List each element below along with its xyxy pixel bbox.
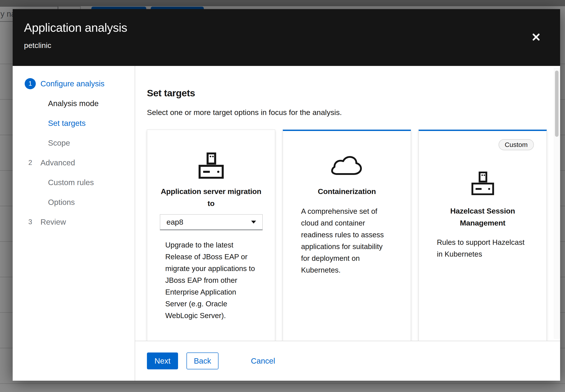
nav-item-options[interactable]: Options (13, 192, 135, 212)
wizard-nav: 1 Configure analysis Analysis mode Set t… (13, 66, 135, 381)
nav-item-set-targets[interactable]: Set targets (13, 113, 135, 133)
nav-step-label: Advanced (41, 158, 75, 167)
step-number-badge: 1 (25, 78, 36, 89)
nav-item-label: Analysis mode (48, 99, 99, 108)
card-containerization[interactable]: Containerization A comprehensive set of … (283, 130, 411, 341)
step-number: 3 (28, 218, 32, 226)
nav-step-advanced[interactable]: 2 Advanced (13, 153, 135, 172)
nav-item-label: Options (48, 198, 75, 207)
card-title: Hazelcast Session Management (431, 205, 534, 229)
custom-badge: Custom (499, 139, 534, 150)
nav-item-label: Scope (48, 139, 70, 147)
content-scrollbar[interactable] (554, 68, 560, 338)
card-title: Containerization (296, 185, 398, 197)
wizard-body: 1 Configure analysis Analysis mode Set t… (13, 66, 560, 381)
screen: y na Application analysis petclinic (0, 0, 565, 392)
nav-item-label: Set targets (48, 119, 86, 128)
card-application-server-migration[interactable]: Application server migration to eap8 Upg… (147, 130, 275, 341)
modal-title: Application analysis (24, 21, 560, 34)
modal-subtitle: petclinic (24, 41, 560, 50)
cancel-button[interactable]: Cancel (250, 356, 277, 365)
nav-item-custom-rules[interactable]: Custom rules (13, 172, 135, 192)
close-button[interactable] (530, 31, 542, 43)
card-description: Rules to support Hazelcast in Kubernetes (437, 236, 529, 260)
nav-item-scope[interactable]: Scope (13, 133, 135, 153)
wizard-content: Set targets Select one or more target op… (135, 66, 560, 341)
wizard-main: Set targets Select one or more target op… (135, 66, 560, 381)
caret-down-icon (251, 221, 256, 224)
nav-step-configure-analysis[interactable]: 1 Configure analysis (13, 74, 135, 93)
card-hazelcast-session-management[interactable]: Custom (418, 130, 547, 341)
next-button[interactable]: Next (147, 352, 178, 369)
card-description: Upgrade to the latest Release of JBoss E… (165, 239, 257, 322)
nav-step-label: Configure analysis (41, 79, 104, 88)
target-cards: Application server migration to eap8 Upg… (147, 130, 547, 341)
server-icon (431, 170, 534, 196)
select-value: eap8 (166, 218, 183, 226)
close-icon (532, 33, 541, 42)
nav-step-review[interactable]: 3 Review (13, 212, 135, 232)
application-analysis-modal: Application analysis petclinic 1 Co (13, 9, 560, 381)
step-number: 2 (28, 159, 32, 167)
page-description: Select one or more target options in foc… (147, 107, 547, 118)
nav-item-label: Custom rules (48, 178, 94, 187)
modal-header: Application analysis petclinic (13, 9, 560, 66)
server-icon (160, 151, 262, 181)
page-title: Set targets (147, 87, 547, 99)
back-button[interactable]: Back (186, 352, 219, 369)
card-title: Application server migration to (160, 185, 262, 209)
target-version-select[interactable]: eap8 (160, 214, 263, 230)
nav-step-label: Review (41, 218, 66, 226)
scrollbar-thumb[interactable] (555, 70, 559, 137)
wizard-footer: Next Back Cancel (135, 341, 560, 381)
cloud-icon (296, 151, 398, 181)
nav-item-analysis-mode[interactable]: Analysis mode (13, 93, 135, 113)
card-description: A comprehensive set of cloud and contain… (301, 205, 393, 276)
